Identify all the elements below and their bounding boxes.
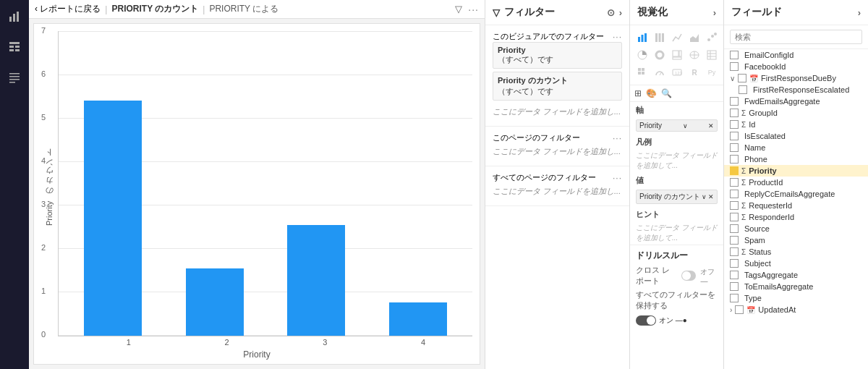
- field-checkbox-requesterid[interactable]: [730, 201, 739, 210]
- viz-icon-matrix[interactable]: [634, 64, 650, 80]
- filter-item-priority-count[interactable]: Priority のカウント （すべて）です: [493, 72, 622, 101]
- field-item-firstescalated[interactable]: FirstReResponseEscalated: [724, 84, 868, 96]
- bar-4[interactable]: [389, 302, 447, 336]
- field-checkbox-facebookid[interactable]: [730, 62, 739, 71]
- filter-expand-icon[interactable]: ›: [619, 7, 622, 18]
- field-checkbox-name[interactable]: [730, 143, 739, 152]
- filter-add-all[interactable]: ここにデータ フィールドを追加し...: [493, 183, 622, 200]
- filter-section2-menu[interactable]: ···: [613, 133, 622, 143]
- field-checkbox-priority[interactable]: [730, 166, 739, 175]
- field-checkbox-phone[interactable]: [730, 155, 739, 164]
- bar-group-4[interactable]: [389, 302, 447, 336]
- field-item-status[interactable]: Σ Status: [724, 246, 868, 258]
- expand-updatedat-icon[interactable]: ›: [730, 306, 732, 314]
- viz-icon-stacked-bar[interactable]: [652, 30, 668, 46]
- sidebar-icon-list[interactable]: [4, 67, 25, 88]
- bar-group-2[interactable]: [186, 268, 244, 336]
- field-item-requesterid[interactable]: Σ RequesterId: [724, 200, 868, 211]
- field-checkbox-isescalated[interactable]: [730, 132, 739, 140]
- field-item-responderid[interactable]: Σ ResponderId: [724, 211, 868, 223]
- bar-3[interactable]: [287, 225, 345, 336]
- viz-value-chevron[interactable]: ∨: [702, 193, 707, 200]
- field-item-id[interactable]: Σ Id: [724, 119, 868, 130]
- field-checkbox-groupid[interactable]: [730, 109, 739, 117]
- field-checkbox-fwdemails[interactable]: [730, 97, 739, 106]
- field-item-emailconfigid[interactable]: EmailConfigId: [724, 49, 868, 61]
- filter-section3-menu[interactable]: ···: [613, 173, 622, 183]
- viz-icon-bar[interactable]: [634, 30, 650, 46]
- field-checkbox-id[interactable]: [730, 120, 739, 129]
- field-checkbox-firstescalated[interactable]: [739, 85, 747, 94]
- field-item-fwdemails[interactable]: FwdEmailsAggregate: [724, 96, 868, 107]
- viz-axis-chevron[interactable]: ∨: [683, 122, 688, 130]
- field-checkbox-tags[interactable]: [730, 271, 739, 279]
- viz-icon-line[interactable]: [669, 30, 685, 46]
- field-item-isescalated[interactable]: IsEscalated: [724, 130, 868, 142]
- field-checkbox-status[interactable]: [730, 247, 739, 256]
- field-item-phone[interactable]: Phone: [724, 153, 868, 165]
- field-item-productid[interactable]: Σ ProductId: [724, 177, 868, 188]
- field-checkbox-spam[interactable]: [730, 236, 739, 245]
- back-button[interactable]: ‹ レポートに戻る: [35, 3, 101, 15]
- viz-icon-gauge[interactable]: [652, 64, 668, 80]
- field-checkbox-subject[interactable]: [730, 259, 739, 268]
- field-item-name[interactable]: Name: [724, 142, 868, 153]
- viz-format-icon[interactable]: 🎨: [646, 88, 657, 98]
- field-checkbox-source[interactable]: [730, 224, 739, 233]
- viz-icon-pie[interactable]: [634, 47, 650, 63]
- filter-add-page[interactable]: ここにデータ フィールドを追加し...: [493, 143, 622, 160]
- viz-icon-Py[interactable]: Py: [704, 64, 720, 80]
- bar-group-3[interactable]: [287, 225, 345, 336]
- fields-search-input[interactable]: [730, 30, 862, 44]
- filter-icon[interactable]: ▽: [455, 4, 462, 14]
- viz-icon-donut[interactable]: [652, 47, 668, 63]
- field-item-tags[interactable]: TagsAggregate: [724, 269, 868, 281]
- field-group-firstresponse[interactable]: ∨ 📅 FirstResponseDueBy: [724, 72, 868, 84]
- bar-group-1[interactable]: [84, 101, 142, 336]
- cross-report-toggle[interactable]: [681, 271, 696, 281]
- viz-icon-scatter[interactable]: [704, 30, 720, 46]
- viz-icon-map[interactable]: [686, 47, 702, 63]
- field-checkbox-updatedat[interactable]: [735, 305, 744, 314]
- chart-more-menu[interactable]: ···: [468, 4, 479, 15]
- viz-icon-area[interactable]: [686, 30, 702, 46]
- viz-icon-R[interactable]: R: [686, 64, 702, 80]
- sidebar-icon-table[interactable]: [4, 36, 25, 58]
- bar-2[interactable]: [186, 268, 244, 336]
- viz-hint-placeholder[interactable]: ここにデータ フィールドを追加して...: [630, 221, 723, 245]
- viz-icon-card[interactable]: 123: [669, 64, 685, 80]
- expand-firstresponse-icon[interactable]: ∨: [730, 75, 735, 82]
- field-checkbox-responderid[interactable]: [730, 213, 739, 221]
- fields-expand-icon[interactable]: ›: [858, 7, 861, 18]
- filter-lock-icon[interactable]: ⊙: [607, 7, 615, 18]
- viz-value-close[interactable]: ✕: [708, 193, 714, 200]
- bar-1[interactable]: [84, 101, 142, 336]
- field-item-subject[interactable]: Subject: [724, 258, 868, 269]
- field-item-source[interactable]: Source: [724, 223, 868, 234]
- back-label[interactable]: レポートに戻る: [40, 4, 101, 14]
- field-item-facebookid[interactable]: FacebookId: [724, 61, 868, 72]
- field-checkbox-replycc[interactable]: [730, 190, 739, 198]
- field-checkbox-emailconfigid[interactable]: [730, 51, 739, 59]
- field-checkbox-toemails[interactable]: [730, 282, 739, 291]
- viz-axis-field[interactable]: Priority ∨ ✕: [636, 119, 718, 132]
- field-item-priority[interactable]: Σ Priority: [724, 165, 868, 177]
- viz-value-field[interactable]: Priority のカウント ∨ ✕: [636, 190, 718, 204]
- field-item-groupid[interactable]: Σ GroupId: [724, 107, 868, 119]
- keep-filters-toggle[interactable]: [636, 315, 656, 326]
- viz-icon-table[interactable]: [704, 47, 720, 63]
- field-checkbox-productid[interactable]: [730, 178, 739, 187]
- field-item-replycc[interactable]: ReplyCcEmailsAggregate: [724, 188, 868, 200]
- filter-section1-menu[interactable]: ···: [613, 32, 622, 42]
- viz-expand-icon[interactable]: ›: [713, 7, 716, 18]
- field-item-spam[interactable]: Spam: [724, 234, 868, 246]
- viz-icon-treemap[interactable]: [669, 47, 685, 63]
- viz-fields-icon[interactable]: ⊞: [634, 88, 642, 98]
- sidebar-icon-chart[interactable]: [4, 6, 25, 27]
- viz-axis-close[interactable]: ✕: [708, 122, 714, 130]
- filter-add-visual[interactable]: ここにデータ フィールドを追加し...: [493, 103, 622, 120]
- field-item-type[interactable]: Type: [724, 292, 868, 304]
- field-item-toemails[interactable]: ToEmailsAggregate: [724, 281, 868, 292]
- filter-item-priority[interactable]: Priority （すべて）です: [493, 42, 622, 69]
- field-group-updatedat[interactable]: › 📅 UpdatedAt: [724, 304, 868, 315]
